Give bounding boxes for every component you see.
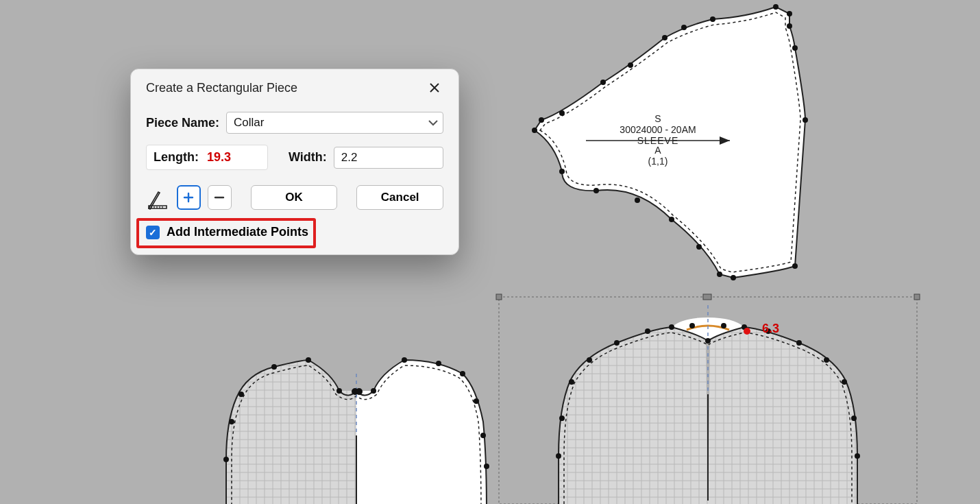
svg-point-28 <box>238 392 244 397</box>
svg-point-10 <box>792 45 798 51</box>
svg-point-15 <box>681 25 687 30</box>
sleeve-label-s: S <box>654 113 661 124</box>
svg-point-60 <box>842 379 847 385</box>
svg-point-4 <box>669 217 674 222</box>
svg-point-19 <box>559 110 565 116</box>
sleeve-label-a: A <box>654 145 661 156</box>
svg-rect-42 <box>496 294 502 300</box>
piece-name-label: Piece Name: <box>146 116 219 130</box>
length-input[interactable] <box>206 149 260 165</box>
close-icon <box>429 82 440 93</box>
svg-point-14 <box>710 16 715 22</box>
svg-point-20 <box>539 117 544 123</box>
svg-point-55 <box>721 323 726 328</box>
add-intermediate-points-checkbox[interactable]: ✓ <box>146 226 160 239</box>
dialog-title: Create a Rectangular Piece <box>146 81 297 95</box>
pattern-piece-left-bodice[interactable] <box>199 333 514 504</box>
svg-point-35 <box>402 357 407 363</box>
svg-point-62 <box>855 453 860 459</box>
svg-point-52 <box>645 328 650 334</box>
cancel-button[interactable]: Cancel <box>356 185 443 210</box>
sleeve-label-code: 30024000 - 20AM <box>620 124 696 135</box>
minus-button[interactable] <box>208 185 232 210</box>
svg-point-48 <box>559 416 565 421</box>
svg-point-6 <box>717 272 722 277</box>
pattern-piece-right-bodice[interactable]: 6.3 <box>493 291 932 504</box>
svg-point-63 <box>705 338 711 344</box>
ok-button[interactable]: OK <box>251 185 338 210</box>
svg-point-37 <box>460 371 465 376</box>
create-rectangular-piece-dialog: Create a Rectangular Piece Piece Name: L… <box>130 69 459 255</box>
pattern-piece-sleeve[interactable]: S 30024000 - 20AM SLEEVE A (1,1) <box>493 0 850 295</box>
plus-icon <box>183 192 194 203</box>
svg-point-59 <box>824 357 829 363</box>
measurement-label: 6.3 <box>762 322 779 335</box>
svg-point-34 <box>371 388 376 394</box>
svg-point-13 <box>773 4 779 10</box>
svg-point-58 <box>796 340 802 346</box>
svg-point-64 <box>744 328 750 335</box>
svg-point-49 <box>569 379 574 385</box>
svg-point-27 <box>229 419 234 424</box>
svg-point-30 <box>306 357 311 363</box>
plus-button[interactable] <box>177 185 201 210</box>
svg-point-39 <box>480 433 486 438</box>
svg-point-47 <box>556 453 561 459</box>
svg-point-26 <box>223 457 229 462</box>
svg-point-54 <box>689 323 695 328</box>
svg-point-2 <box>593 188 599 193</box>
svg-point-9 <box>803 117 808 123</box>
svg-point-53 <box>669 324 674 330</box>
svg-point-38 <box>474 398 479 404</box>
svg-point-11 <box>787 23 792 29</box>
svg-point-31 <box>336 388 342 394</box>
minus-icon <box>214 192 225 203</box>
svg-point-3 <box>635 197 640 203</box>
ruler-icon[interactable] <box>146 185 170 210</box>
close-button[interactable] <box>426 79 443 97</box>
svg-point-61 <box>851 416 857 421</box>
piece-name-select[interactable] <box>226 112 443 134</box>
svg-point-36 <box>436 361 441 366</box>
svg-point-33 <box>356 388 363 395</box>
svg-rect-43 <box>914 294 920 300</box>
svg-point-5 <box>696 244 702 250</box>
svg-point-12 <box>787 11 792 16</box>
svg-point-40 <box>484 464 489 469</box>
svg-point-51 <box>614 340 620 346</box>
svg-point-17 <box>628 62 633 68</box>
svg-point-8 <box>792 263 798 269</box>
svg-point-29 <box>271 364 277 370</box>
svg-point-16 <box>662 35 667 40</box>
svg-point-7 <box>731 275 736 280</box>
add-intermediate-points-label[interactable]: ✓ Add Intermediate Points <box>146 225 443 239</box>
svg-rect-44 <box>703 294 711 300</box>
svg-point-0 <box>532 128 537 133</box>
width-label: Width: <box>289 150 327 165</box>
width-input[interactable] <box>334 147 443 169</box>
svg-point-1 <box>559 169 565 174</box>
svg-point-18 <box>600 80 606 85</box>
svg-point-50 <box>587 357 592 363</box>
length-label: Length: <box>154 150 199 165</box>
sleeve-label-coord: (1,1) <box>648 156 668 167</box>
